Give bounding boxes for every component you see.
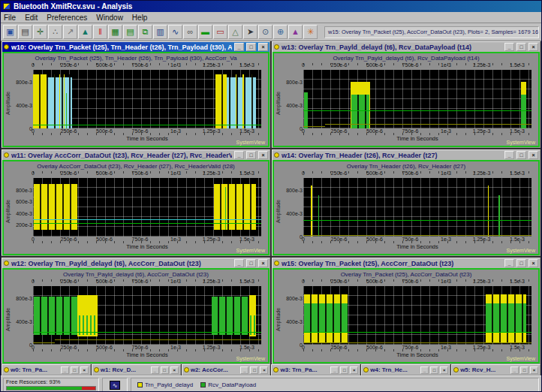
link-icon[interactable]: ∞: [183, 25, 197, 39]
bar-chart-icon[interactable]: ▥: [153, 25, 167, 39]
menu-window[interactable]: Window: [96, 14, 123, 22]
close-button[interactable]: ×: [528, 43, 538, 51]
maximize-button[interactable]: □: [520, 366, 528, 374]
x-axis-top-ruler: 0250e-6500e-6750e-61e-31.25e-31.5e-3: [33, 63, 261, 70]
maximize-button[interactable]: □: [516, 43, 526, 51]
close-button[interactable]: ×: [350, 366, 358, 374]
signal-segment: [318, 195, 319, 237]
restore-button[interactable]: _: [240, 366, 248, 374]
close-button[interactable]: ×: [258, 43, 268, 51]
plot-area[interactable]: [33, 286, 261, 345]
minimized-window[interactable]: w4: Trn_He... _ □ ×: [361, 364, 450, 375]
minimized-window-icon: [363, 367, 369, 372]
minimized-window[interactable]: w1: Rcv_D... _ □ ×: [92, 364, 181, 375]
y-tick: 400e-3: [286, 210, 303, 216]
y-tick: 600e-3: [16, 199, 32, 204]
maximize-button[interactable]: □: [516, 259, 526, 267]
maximize-button[interactable]: □: [430, 366, 438, 374]
plot-icon[interactable]: ∿: [168, 25, 182, 39]
app-title-bar[interactable]: Bluetooth XmitRcv.svu - Analysis: [1, 1, 541, 12]
menu-help[interactable]: Help: [132, 14, 148, 22]
chart-window-title: w14: Overlay Trn_Header (t26), Rcv_Heade…: [282, 152, 502, 159]
systemview-watermark: SystemView: [236, 140, 265, 145]
restore-button[interactable]: _: [330, 366, 339, 374]
minimize-button[interactable]: _: [234, 151, 244, 159]
restore-button[interactable]: _: [420, 366, 429, 374]
minimize-button[interactable]: _: [234, 259, 244, 267]
delta-icon[interactable]: ▲: [288, 25, 303, 39]
y-tick: 400e-3: [16, 210, 32, 216]
chart-grid: Amplitude 800e-3400e-30 0250e-6500e-6750…: [6, 279, 266, 359]
plot-area[interactable]: [303, 286, 531, 345]
plot-area[interactable]: [33, 70, 261, 128]
pause-icon[interactable]: ‖: [93, 25, 107, 39]
minimized-window[interactable]: w3: Trn_Pa... _ □ ×: [271, 364, 360, 375]
close-button[interactable]: ×: [528, 151, 538, 159]
signal-segment: [488, 185, 489, 237]
save-icon[interactable]: ▣: [3, 25, 17, 39]
palette-icon[interactable]: ✳: [303, 25, 318, 39]
close-button[interactable]: ×: [258, 151, 268, 159]
sink-icon[interactable]: ▬: [198, 25, 212, 39]
maximize-button[interactable]: □: [340, 366, 348, 374]
maximize-button[interactable]: □: [246, 43, 256, 51]
chart-window-title-bar[interactable]: w15: Overlay Trn_Packet (t25), AccCorr_D…: [273, 258, 540, 268]
close-button[interactable]: ×: [80, 366, 89, 374]
connect-icon[interactable]: ↗: [63, 25, 77, 39]
print-icon[interactable]: ▤: [18, 25, 32, 39]
chart-window-title-bar[interactable]: w11: Overlay AccCorr_DataOut (t23), Rcv_…: [2, 150, 269, 160]
system-icon[interactable]: ▲: [78, 25, 92, 39]
close-button[interactable]: ×: [260, 366, 268, 374]
y-axis-label: Amplitude: [276, 74, 281, 132]
menu-file[interactable]: File: [4, 14, 16, 22]
y-tick: 800e-3: [286, 187, 303, 192]
close-button[interactable]: ×: [528, 259, 538, 267]
plot-area[interactable]: [33, 178, 261, 237]
restore-button[interactable]: _: [151, 366, 159, 374]
close-button[interactable]: ×: [440, 366, 448, 374]
copy-icon[interactable]: ⧉: [138, 25, 152, 39]
chart-grid: Amplitude 800e-3400e-30 0250e-6500e-6750…: [276, 171, 536, 251]
minimize-button[interactable]: _: [234, 43, 244, 51]
move-icon[interactable]: ✛: [33, 25, 47, 39]
menu-preferences[interactable]: Preferences: [47, 14, 87, 22]
maximize-button[interactable]: □: [516, 151, 526, 159]
chart-window-title: w10: Overlay Trn_Packet (t25), Trn_Heade…: [11, 44, 232, 51]
maximize-button[interactable]: □: [161, 366, 169, 374]
restore-button[interactable]: _: [61, 366, 69, 374]
minimized-window[interactable]: w0: Trn_Pa... _ □ ×: [2, 364, 91, 375]
minimized-window[interactable]: w2: AccCor... _ □ ×: [182, 364, 271, 375]
menu-edit[interactable]: Edit: [25, 14, 38, 22]
analysis-app-window: Bluetooth XmitRcv.svu - Analysis FileEdi…: [1, 1, 541, 391]
chart-window-title-bar[interactable]: w10: Overlay Trn_Packet (t25), Trn_Heade…: [2, 42, 269, 52]
sheets-icon[interactable]: ▤: [123, 25, 137, 39]
chart-window-title-bar[interactable]: w13: Overlay Trn_Payld_delayd (t6), Rcv_…: [273, 42, 540, 52]
filter-icon[interactable]: △: [228, 25, 242, 39]
close-button[interactable]: ×: [530, 366, 538, 374]
window-icon[interactable]: ▭: [213, 25, 227, 39]
close-button[interactable]: ×: [258, 259, 268, 267]
x-tick: 0: [302, 62, 305, 68]
x-axis-top-ruler: 0250e-6500e-6750e-61e-31.25e-31.5e-3: [303, 171, 531, 178]
x-axis-top-ruler: 0250e-6500e-6750e-61e-31.25e-31.5e-3: [33, 279, 261, 286]
close-button[interactable]: ×: [170, 366, 179, 374]
x-tick: 1.5e-3: [510, 62, 525, 68]
maximize-button[interactable]: □: [250, 366, 258, 374]
plot-area[interactable]: [303, 70, 531, 128]
grid-icon[interactable]: ▦: [108, 25, 122, 39]
maximize-button[interactable]: □: [71, 366, 79, 374]
chart-window-title-bar[interactable]: w14: Overlay Trn_Header (t26), Rcv_Heade…: [273, 150, 540, 160]
minimize-button[interactable]: _: [504, 259, 514, 267]
plot-area[interactable]: [303, 178, 531, 237]
minimize-button[interactable]: _: [504, 43, 514, 51]
minimize-button[interactable]: _: [504, 151, 514, 159]
points-icon[interactable]: ∴: [48, 25, 62, 39]
maximize-button[interactable]: □: [246, 151, 256, 159]
chart-window-title-bar[interactable]: w12: Overlay Trn_Payld_delayd (t6), AccC…: [2, 258, 269, 268]
select-icon[interactable]: ➤: [243, 25, 257, 39]
target-icon[interactable]: ⊕: [273, 25, 288, 39]
minimized-window[interactable]: w5: Rcv_H... _ □ ×: [451, 364, 540, 375]
zoom-icon[interactable]: ⊙: [258, 25, 273, 39]
restore-button[interactable]: _: [510, 366, 519, 374]
maximize-button[interactable]: □: [246, 259, 256, 267]
